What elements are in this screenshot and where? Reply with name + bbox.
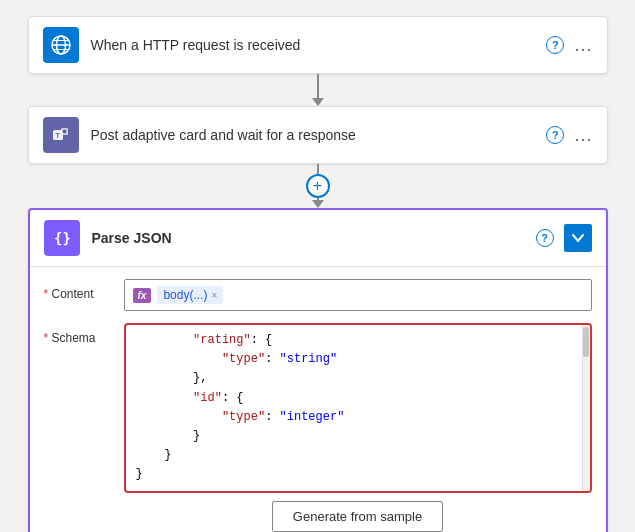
- content-token-close[interactable]: ×: [211, 290, 217, 301]
- post-card-step: T Post adaptive card and wait for a resp…: [28, 106, 608, 164]
- generate-btn-row: Generate from sample: [124, 501, 592, 532]
- content-input[interactable]: fx body(...) ×: [124, 279, 592, 311]
- content-field-row: * Content fx body(...) ×: [44, 279, 592, 311]
- svg-text:T: T: [55, 132, 60, 139]
- parse-json-help-icon[interactable]: ?: [536, 229, 554, 247]
- parse-json-collapse-button[interactable]: [564, 224, 592, 252]
- post-card-more-icon[interactable]: ...: [574, 125, 592, 146]
- parse-json-icon: {}: [52, 228, 72, 248]
- schema-label: * Schema: [44, 323, 124, 345]
- http-trigger-help-icon[interactable]: ?: [546, 36, 564, 54]
- http-trigger-actions: ? ...: [546, 35, 592, 56]
- post-card-actions: ? ...: [546, 125, 592, 146]
- schema-required-star: *: [44, 331, 52, 345]
- content-token: body(...) ×: [157, 286, 223, 304]
- content-label: * Content: [44, 279, 124, 301]
- plus-arrow-head: [312, 200, 324, 208]
- parse-json-header: {} Parse JSON ?: [30, 210, 606, 267]
- http-trigger-card: When a HTTP request is received ? ...: [28, 16, 608, 74]
- parse-json-header-actions: ?: [536, 224, 592, 252]
- svg-point-7: [62, 130, 66, 134]
- parse-json-card: {} Parse JSON ? * Content: [28, 208, 608, 532]
- plus-connector: +: [306, 164, 330, 208]
- http-trigger-title: When a HTTP request is received: [91, 37, 547, 53]
- generate-from-sample-button[interactable]: Generate from sample: [272, 501, 443, 532]
- schema-content: "rating": { "type": "string" }, "id": { …: [126, 325, 590, 491]
- content-required-star: *: [44, 287, 52, 301]
- http-trigger-more-icon[interactable]: ...: [574, 35, 592, 56]
- schema-scrollbar[interactable]: [582, 325, 590, 491]
- arrow-line-1: [317, 74, 319, 98]
- schema-scrollbar-thumb: [583, 327, 589, 357]
- arrow-connector-1: [312, 74, 324, 106]
- parse-json-title: Parse JSON: [92, 230, 536, 246]
- content-token-text: body(...): [163, 288, 207, 302]
- http-globe-icon: [50, 34, 72, 56]
- flow-container: When a HTTP request is received ? ... T …: [20, 16, 615, 532]
- schema-box[interactable]: "rating": { "type": "string" }, "id": { …: [124, 323, 592, 493]
- http-trigger-icon-box: [43, 27, 79, 63]
- parse-json-icon-box: {}: [44, 220, 80, 256]
- fx-badge: fx: [133, 288, 152, 303]
- teams-icon-box: T: [43, 117, 79, 153]
- post-card-help-icon[interactable]: ?: [546, 126, 564, 144]
- schema-field-row: * Schema "rating": { "type": "string" },…: [44, 323, 592, 532]
- teams-icon: T: [50, 124, 72, 146]
- plus-line-top: [317, 164, 319, 174]
- arrow-head-1: [312, 98, 324, 106]
- collapse-icon: [571, 231, 585, 245]
- svg-text:{}: {}: [54, 230, 71, 246]
- parse-json-body: * Content fx body(...) × * Schema: [30, 267, 606, 532]
- add-step-button[interactable]: +: [306, 174, 330, 198]
- post-card-title: Post adaptive card and wait for a respon…: [91, 127, 547, 143]
- schema-field: "rating": { "type": "string" }, "id": { …: [124, 323, 592, 532]
